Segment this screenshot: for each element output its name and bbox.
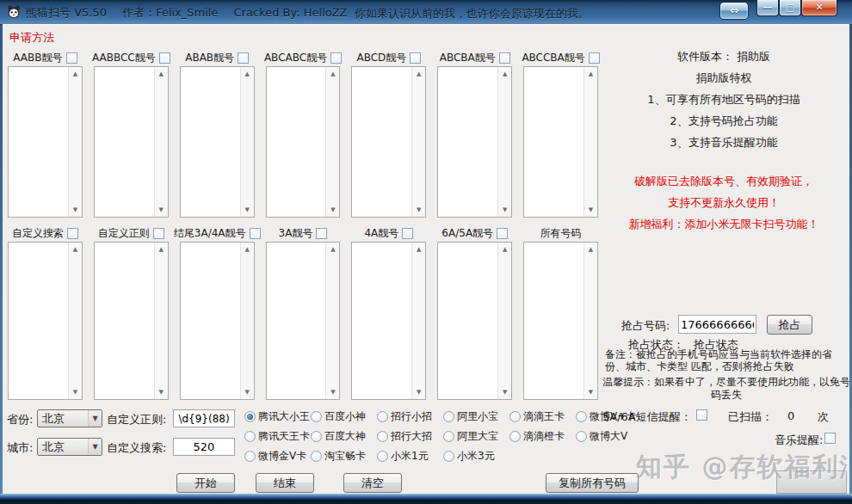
end-button[interactable]: 结束: [256, 473, 314, 493]
custom-regex-input[interactable]: [173, 409, 235, 427]
scroll-up-icon[interactable]: ▲: [498, 68, 511, 80]
tail-3a-4a-scrollbar[interactable]: ▲▼: [240, 243, 254, 399]
custom-regex-scrollbar[interactable]: ▲▼: [154, 243, 168, 399]
custom-regex-listbox[interactable]: ▲▼: [94, 242, 169, 400]
aabb-listbox[interactable]: ▲▼: [8, 66, 83, 218]
card-type-xiaomi-3yuan[interactable]: 小米3元: [443, 449, 509, 464]
3a-scrollbar[interactable]: ▲▼: [325, 243, 339, 399]
abcd-checkbox[interactable]: [410, 52, 421, 64]
abcd-listbox[interactable]: ▲▼: [351, 66, 426, 218]
scroll-up-icon[interactable]: ▲: [584, 243, 597, 255]
scroll-down-icon[interactable]: ▼: [69, 204, 82, 216]
card-type-baidu-dashen[interactable]: 百度大神: [311, 429, 377, 444]
6a-5a-checkbox[interactable]: [497, 228, 508, 239]
scroll-down-icon[interactable]: ▼: [155, 386, 168, 398]
scroll-down-icon[interactable]: ▼: [241, 204, 254, 216]
scroll-down-icon[interactable]: ▼: [412, 204, 425, 216]
card-type-weibo-vplus[interactable]: 微博V+卡: [576, 409, 642, 424]
scroll-down-icon[interactable]: ▼: [498, 204, 511, 216]
abcabc-scrollbar[interactable]: ▲▼: [325, 67, 339, 217]
3a-listbox[interactable]: ▲▼: [266, 242, 341, 400]
sms-alert-checkbox[interactable]: [696, 409, 707, 421]
scroll-down-icon[interactable]: ▼: [241, 386, 254, 398]
scroll-up-icon[interactable]: ▲: [69, 243, 82, 255]
tail-3a-4a-listbox[interactable]: ▲▼: [180, 242, 255, 400]
scroll-down-icon[interactable]: ▼: [326, 386, 339, 398]
card-type-ali-dabao[interactable]: 阿里大宝: [443, 429, 509, 444]
scroll-down-icon[interactable]: ▼: [584, 204, 597, 216]
custom-search-scrollbar[interactable]: ▲▼: [68, 243, 82, 399]
scroll-up-icon[interactable]: ▲: [412, 68, 425, 80]
scroll-up-icon[interactable]: ▲: [241, 243, 254, 255]
music-alert-checkbox[interactable]: [824, 433, 836, 444]
maximize-button[interactable]: □: [779, 0, 801, 16]
card-type-weibo-dav[interactable]: 微博大V: [576, 429, 642, 444]
card-type-didi-wangka[interactable]: 滴滴王卡: [509, 409, 576, 424]
abccba-listbox[interactable]: ▲▼: [523, 66, 598, 218]
card-type-didi-chengka[interactable]: 滴滴橙卡: [509, 429, 576, 444]
city-select[interactable]: 北京 ▼: [37, 438, 102, 456]
abcabc-listbox[interactable]: ▲▼: [266, 66, 341, 218]
all-numbers-scrollbar[interactable]: ▲▼: [583, 243, 597, 399]
scroll-down-icon[interactable]: ▼: [155, 204, 168, 216]
apply-method-link[interactable]: 申请方法: [9, 30, 54, 46]
abab-checkbox[interactable]: [238, 52, 249, 64]
abccba-checkbox[interactable]: [589, 52, 600, 64]
abccba-scrollbar[interactable]: ▲▼: [583, 67, 597, 217]
abab-listbox[interactable]: ▲▼: [180, 66, 255, 218]
card-type-tencent-dxw[interactable]: 腾讯大小王: [244, 409, 311, 424]
clear-button[interactable]: 清空: [343, 473, 402, 493]
custom-search-listbox[interactable]: ▲▼: [8, 242, 83, 400]
abcabc-checkbox[interactable]: [330, 52, 342, 64]
card-type-ali-xiaobao[interactable]: 阿里小宝: [443, 409, 509, 424]
aabbcc-scrollbar[interactable]: ▲▼: [154, 67, 168, 217]
scroll-up-icon[interactable]: ▲: [241, 68, 254, 80]
start-button[interactable]: 开始: [176, 473, 235, 493]
abcba-listbox[interactable]: ▲▼: [437, 66, 512, 218]
3a-checkbox[interactable]: [316, 228, 327, 239]
close-button[interactable]: ✕: [801, 0, 837, 16]
tail-3a-4a-checkbox[interactable]: [250, 228, 261, 239]
6a-5a-scrollbar[interactable]: ▲▼: [497, 243, 511, 399]
aabb-scrollbar[interactable]: ▲▼: [68, 67, 82, 217]
copy-all-numbers-button[interactable]: 复制所有号码: [546, 473, 639, 493]
custom-regex-checkbox[interactable]: [153, 228, 164, 239]
aabbcc-listbox[interactable]: ▲▼: [94, 66, 169, 218]
grab-button[interactable]: 抢占: [767, 315, 812, 335]
card-type-xiaomi-1yuan[interactable]: 小米1元: [377, 449, 443, 464]
card-type-weibo-jinv[interactable]: 微博金V卡: [244, 449, 311, 464]
4a-scrollbar[interactable]: ▲▼: [411, 243, 425, 399]
scroll-up-icon[interactable]: ▲: [326, 68, 339, 80]
scroll-down-icon[interactable]: ▼: [69, 386, 82, 398]
scroll-up-icon[interactable]: ▲: [412, 243, 425, 255]
6a-5a-listbox[interactable]: ▲▼: [437, 242, 512, 400]
scroll-down-icon[interactable]: ▼: [584, 386, 597, 398]
double-arrow-button[interactable]: ⇔: [719, 2, 749, 20]
minimize-button[interactable]: —: [756, 0, 779, 16]
abcba-checkbox[interactable]: [499, 52, 510, 64]
4a-checkbox[interactable]: [402, 228, 413, 239]
custom-search-input[interactable]: [173, 438, 235, 456]
scroll-up-icon[interactable]: ▲: [498, 243, 511, 255]
4a-listbox[interactable]: ▲▼: [351, 242, 426, 400]
custom-search-checkbox[interactable]: [67, 228, 78, 239]
scroll-up-icon[interactable]: ▲: [326, 243, 339, 255]
scroll-up-icon[interactable]: ▲: [69, 68, 82, 80]
scroll-down-icon[interactable]: ▼: [412, 386, 425, 398]
card-type-taobao-chang[interactable]: 淘宝畅卡: [311, 449, 377, 464]
scroll-down-icon[interactable]: ▼: [326, 204, 339, 216]
scroll-up-icon[interactable]: ▲: [584, 68, 597, 80]
aabbcc-checkbox[interactable]: [159, 52, 170, 64]
abcba-scrollbar[interactable]: ▲▼: [497, 67, 511, 217]
card-type-tencent-twk[interactable]: 腾讯天王卡: [244, 429, 311, 444]
province-select[interactable]: 北京 ▼: [37, 409, 102, 427]
card-type-cmb-dazhao[interactable]: 招行大招: [377, 429, 443, 444]
card-type-baidu-xiaoshen[interactable]: 百度小神: [311, 409, 377, 424]
grab-number-input[interactable]: [678, 315, 756, 334]
scroll-up-icon[interactable]: ▲: [155, 68, 168, 80]
abcd-scrollbar[interactable]: ▲▼: [411, 67, 425, 217]
scroll-down-icon[interactable]: ▼: [498, 386, 511, 398]
all-numbers-listbox[interactable]: ▲▼: [523, 242, 598, 400]
card-type-cmb-xiaozhao[interactable]: 招行小招: [377, 409, 443, 424]
abab-scrollbar[interactable]: ▲▼: [240, 67, 254, 217]
